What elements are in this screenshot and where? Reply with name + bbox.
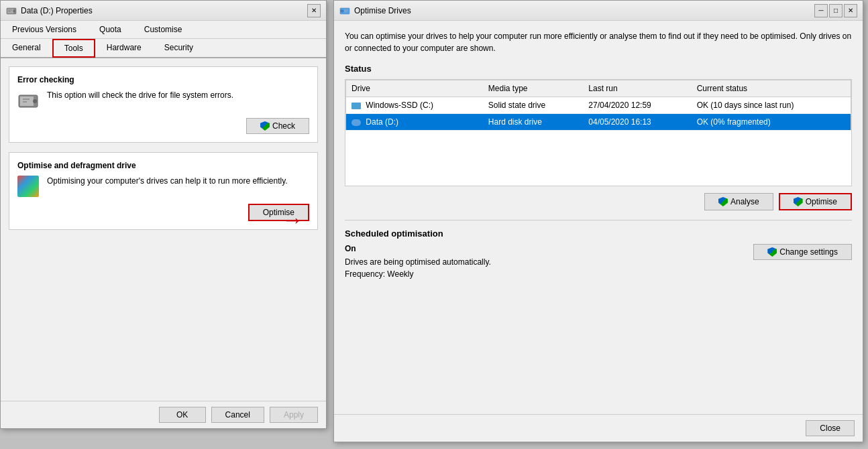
optimise-close-row: Close xyxy=(334,414,863,442)
drive-status-hdd: OK (0% fragmented) xyxy=(692,114,851,131)
scheduled-info-block: On Drives are being optimised automatica… xyxy=(345,244,491,280)
change-settings-shield-icon xyxy=(767,247,777,257)
tab-security[interactable]: Security xyxy=(153,39,205,57)
analyse-button-label: Analyse xyxy=(730,197,759,206)
svg-point-2 xyxy=(13,10,15,12)
error-checking-inner: This option will check the drive for fil… xyxy=(17,90,309,111)
error-checking-title: Error checking xyxy=(17,75,309,84)
change-settings-button[interactable]: Change settings xyxy=(753,244,852,260)
tab-bar-bottom: General Tools Hardware Security xyxy=(1,39,326,58)
optimise-drives-label: Optimise xyxy=(806,197,837,206)
scheduled-section: Scheduled optimisation On Drives are bei… xyxy=(345,220,852,280)
svg-rect-3 xyxy=(8,9,12,10)
drive-name-hdd: Data (D:) xyxy=(346,114,483,131)
scheduled-frequency: Frequency: Weekly xyxy=(345,268,491,280)
drive-lastrun-hdd: 04/05/2020 16:13 xyxy=(583,114,691,131)
svg-point-12 xyxy=(341,10,343,11)
scheduled-title: Scheduled optimisation xyxy=(345,229,852,239)
apply-button[interactable]: Apply xyxy=(270,407,318,423)
svg-rect-14 xyxy=(344,11,347,11)
ok-button[interactable]: OK xyxy=(159,407,206,423)
svg-rect-4 xyxy=(8,11,11,11)
drive-table: Drive Media type Last run Current status… xyxy=(345,80,851,131)
minimize-button[interactable]: ─ xyxy=(814,4,828,17)
properties-content: Error checking This option will check th… xyxy=(1,58,326,247)
error-checking-icon xyxy=(17,90,39,111)
action-buttons: Analyse Optimise xyxy=(345,193,852,210)
optimise-section-title: Optimise and defragment drive xyxy=(17,161,309,170)
drive-lastrun-ssd: 27/04/2020 12:59 xyxy=(583,97,691,114)
scheduled-status: On xyxy=(345,244,491,253)
optimise-drives-button[interactable]: Optimise xyxy=(779,193,852,210)
optimise-content: You can optimise your drives to help you… xyxy=(334,21,863,290)
tab-customise[interactable]: Customise xyxy=(133,21,194,38)
optimise-inner: Optimising your computer's drives can he… xyxy=(17,176,309,197)
drive-label-hdd: Data (D:) xyxy=(366,117,398,127)
drive-label-ssd: Windows-SSD (C:) xyxy=(366,101,433,110)
optimise-title-left: Optimise Drives xyxy=(339,5,411,16)
svg-point-7 xyxy=(33,99,37,103)
properties-dialog: Data (D:) Properties ✕ Previous Versions… xyxy=(0,0,327,429)
tab-hardware[interactable]: Hardware xyxy=(95,39,153,57)
analyse-shield-icon xyxy=(718,197,728,206)
tab-bar-top: Previous Versions Quota Customise xyxy=(1,21,326,39)
optimise-title-icon xyxy=(339,5,350,16)
analyse-button[interactable]: Analyse xyxy=(704,193,773,210)
check-button-label: Check xyxy=(272,121,295,131)
tab-tools[interactable]: Tools xyxy=(52,39,95,58)
scheduled-description: Drives are being optimised automatically… xyxy=(345,256,491,268)
svg-rect-6 xyxy=(20,97,34,106)
properties-title-text: Data (D:) Properties xyxy=(21,6,93,15)
hdd-icon xyxy=(351,119,361,126)
properties-bottom-buttons: OK Cancel Apply xyxy=(1,401,326,428)
optimise-icon xyxy=(17,176,39,197)
check-button[interactable]: Check xyxy=(246,118,309,134)
arrow-icon: → xyxy=(282,208,303,233)
maximize-button[interactable]: □ xyxy=(829,4,843,17)
optimise-btn-row: Optimise xyxy=(17,204,309,221)
error-checking-section: Error checking This option will check th… xyxy=(9,66,318,143)
change-settings-label: Change settings xyxy=(779,247,838,257)
properties-titlebar: Data (D:) Properties ✕ xyxy=(1,1,326,21)
table-row[interactable]: Windows-SSD (C:) Solid state drive 27/04… xyxy=(346,97,851,114)
tab-quota[interactable]: Quota xyxy=(88,21,133,38)
arrow-indicator: → xyxy=(282,208,303,233)
close-button-optimise[interactable]: Close xyxy=(806,420,855,436)
drive-name-ssd: Windows-SSD (C:) xyxy=(346,97,483,114)
drive-status-ssd: OK (10 days since last run) xyxy=(692,97,851,114)
scheduled-row: On Drives are being optimised automatica… xyxy=(345,244,852,280)
optimise-shield-icon xyxy=(794,197,803,206)
optimise-section: Optimise and defragment drive Optimising… xyxy=(9,152,318,230)
error-checking-description: This option will check the drive for fil… xyxy=(47,90,309,101)
optimise-description: Optimising your computer's drives can he… xyxy=(47,176,309,187)
optimise-dialog: Optimise Drives ─ □ ✕ You can optimise y… xyxy=(333,0,863,442)
svg-rect-13 xyxy=(344,9,348,10)
col-current-status: Current status xyxy=(692,80,851,97)
col-drive: Drive xyxy=(346,80,483,97)
ssd-icon xyxy=(351,103,361,109)
col-last-run: Last run xyxy=(583,80,691,97)
titlebar-controls: ─ □ ✕ xyxy=(814,4,857,17)
table-row-selected[interactable]: Data (D:) Hard disk drive 04/05/2020 16:… xyxy=(346,114,851,131)
drive-table-container: Drive Media type Last run Current status… xyxy=(345,79,852,186)
close-button[interactable]: ✕ xyxy=(844,4,857,17)
check-shield-icon xyxy=(260,121,270,131)
title-left: Data (D:) Properties xyxy=(6,5,93,16)
col-media-type: Media type xyxy=(483,80,584,97)
drive-media-hdd: Hard disk drive xyxy=(483,114,584,131)
optimise-dialog-description: You can optimise your drives to help you… xyxy=(345,30,852,54)
tab-previous-versions[interactable]: Previous Versions xyxy=(1,21,88,38)
tab-general[interactable]: General xyxy=(1,39,52,57)
optimise-title-text: Optimise Drives xyxy=(354,6,411,15)
properties-close-button[interactable]: ✕ xyxy=(307,4,321,17)
hdd-title-icon xyxy=(6,5,17,16)
error-check-btn-row: Check xyxy=(17,118,309,134)
properties-inner: Previous Versions Quota Customise Genera… xyxy=(1,21,326,428)
cancel-button[interactable]: Cancel xyxy=(211,407,264,423)
optimise-titlebar: Optimise Drives ─ □ ✕ xyxy=(334,1,863,21)
drive-media-ssd: Solid state drive xyxy=(483,97,584,114)
status-label: Status xyxy=(345,64,852,74)
